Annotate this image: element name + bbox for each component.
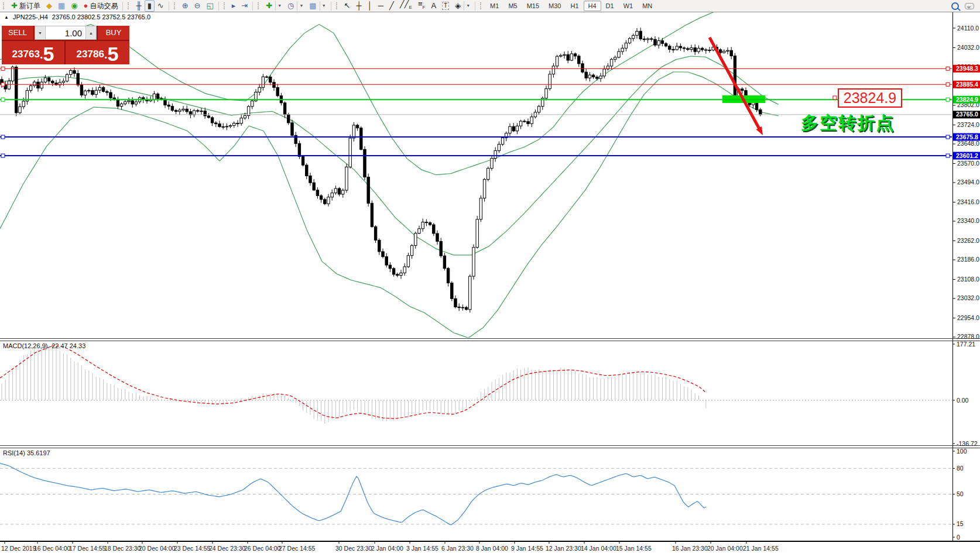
timeframe-h1-button[interactable]: H1: [566, 1, 583, 11]
equidistant-channel-icon: ╱╱E: [400, 0, 412, 13]
price-tick-label: 23494.0: [957, 178, 979, 186]
shapes-menu-button[interactable]: ◈▼: [452, 0, 473, 12]
toolbar-group: ✚▼◷▼▩▼: [255, 0, 328, 12]
time-tick-label: 21 Jan 14:55: [743, 545, 779, 552]
level-handle[interactable]: [1, 83, 5, 86]
chat-icon[interactable]: [965, 3, 974, 9]
zoom-out-button[interactable]: ⊖: [191, 0, 204, 12]
vertical-line-button[interactable]: │: [365, 0, 375, 12]
rsi-tick-label: 0: [957, 534, 960, 541]
time-tick-label: 16 Jan 23:30: [672, 545, 708, 552]
level-handle[interactable]: [1, 154, 5, 157]
price-tick-label: 23570.0: [957, 160, 979, 167]
add-indicator-icon: ✚: [266, 1, 272, 11]
template-menu-button[interactable]: ▩▼: [306, 0, 328, 12]
tile-windows-button[interactable]: ◱: [204, 0, 217, 12]
chart-shift-button[interactable]: ⇥: [238, 0, 251, 12]
line-chart-button[interactable]: ∿: [155, 0, 167, 12]
text-button[interactable]: A: [428, 0, 439, 12]
trendline-button[interactable]: ╱: [386, 0, 397, 12]
autotrading-button[interactable]: ●自动交易: [81, 0, 121, 12]
level-handle[interactable]: [946, 67, 950, 70]
bid-price-button[interactable]: 23763 . 5: [2, 41, 64, 64]
volume-increase-button[interactable]: ▲: [85, 26, 96, 39]
toolbar-drag-handle[interactable]: [336, 2, 339, 9]
dropdown-caret-icon[interactable]: ▼: [464, 1, 470, 11]
down-arrow-line[interactable]: [710, 37, 759, 129]
auto-scroll-button[interactable]: ▸: [229, 0, 239, 12]
timeframe-w1-button[interactable]: W1: [619, 1, 638, 11]
toolbar-separator: [169, 2, 169, 11]
ask-price-button[interactable]: 23786 . 5: [66, 41, 129, 64]
equidistant-channel-button[interactable]: ╱╱E: [397, 0, 415, 12]
main-price-pane: [0, 4, 952, 338]
time-tick-label: 12 Jan 23:30: [546, 545, 581, 552]
rsi-tick-label: 80: [957, 465, 964, 472]
toolbar-drag-handle[interactable]: [258, 2, 261, 9]
cursor-button[interactable]: ↖: [341, 0, 354, 12]
toolbar-drag-handle[interactable]: [3, 2, 6, 9]
callout-handle[interactable]: [833, 96, 837, 99]
crosshair-button[interactable]: ┼: [354, 0, 365, 12]
level-handle[interactable]: [1, 98, 5, 101]
timeframe-m1-button[interactable]: M1: [485, 1, 503, 11]
sell-button[interactable]: SELL: [2, 26, 33, 40]
charts-window-icon[interactable]: ▦: [55, 0, 68, 12]
timeframe-h4-button[interactable]: H4: [584, 1, 601, 11]
signal-icon[interactable]: ◉: [68, 0, 80, 12]
rsi-tick-label: 50: [957, 490, 964, 497]
add-indicator-button[interactable]: ✚▼: [263, 0, 285, 12]
chart-canvas[interactable]: 24110.024032.023954.023878.023802.023724…: [0, 0, 980, 553]
time-tick-label: 3 Jan 14:55: [406, 545, 438, 552]
candlestick-chart-icon: ▮: [148, 1, 152, 11]
level-handle[interactable]: [946, 154, 950, 157]
text-label-button[interactable]: T: [439, 0, 452, 12]
price-axis[interactable]: 24110.024032.023954.023878.023802.023724…: [952, 25, 980, 541]
time-axis[interactable]: 12 Dec 201916 Dec 04:0017 Dec 14:5518 De…: [1, 541, 779, 552]
level-handle[interactable]: [946, 135, 950, 139]
new-order-button[interactable]: ✚新订单: [8, 0, 43, 12]
zoom-in-button[interactable]: ⊕: [179, 0, 191, 12]
price-tick-label: 22878.0: [957, 333, 979, 340]
price-tick-label: 23262.0: [957, 237, 979, 244]
timeframe-m15-button[interactable]: M15: [522, 1, 544, 11]
bar-chart-button[interactable]: ╫: [133, 0, 144, 12]
volume-input[interactable]: [46, 26, 85, 39]
toolbar-button-label: 新订单: [19, 1, 40, 11]
toolbar-separator: [252, 2, 253, 11]
dropdown-caret-icon[interactable]: ▼: [320, 1, 326, 11]
macd-tick-label: 177.21: [957, 341, 975, 348]
level-handle[interactable]: [1, 135, 5, 139]
volume-decrease-button[interactable]: ▼: [35, 26, 46, 39]
fibonacci-button[interactable]: ≡F: [415, 0, 428, 12]
timeframe-mn-button[interactable]: MN: [638, 1, 657, 11]
time-tick-label: 9 Jan 14:55: [511, 545, 543, 552]
candlestick-chart-button[interactable]: ▮: [145, 0, 155, 12]
rsi-pane: [0, 463, 952, 525]
toolbar-drag-handle[interactable]: [480, 2, 483, 9]
timeframe-m5-button[interactable]: M5: [503, 1, 522, 11]
bar-chart-icon: ╫: [136, 1, 141, 11]
dropdown-caret-icon[interactable]: ▼: [275, 1, 282, 11]
level-handle[interactable]: [1, 67, 5, 70]
toolbar-separator: [331, 2, 331, 11]
tile-windows-icon: ◱: [207, 1, 214, 11]
toolbar-drag-handle[interactable]: [128, 2, 131, 9]
timeframe-m30-button[interactable]: M30: [544, 1, 566, 11]
horizontal-line-button[interactable]: ─: [375, 0, 386, 12]
collapse-panel-icon[interactable]: ▲: [4, 15, 9, 20]
toolbar-drag-handle[interactable]: [224, 2, 227, 9]
toolbar-drag-handle[interactable]: [174, 2, 177, 9]
time-tick-label: 20 Jan 04:00: [707, 545, 743, 552]
price-callout-box[interactable]: 23824.9: [838, 88, 902, 108]
time-tick-label: 18 Dec 23:30: [104, 545, 141, 552]
time-tick-label: 6 Jan 23:30: [441, 545, 474, 552]
search-icon[interactable]: [951, 2, 959, 10]
dropdown-caret-icon[interactable]: ▼: [297, 1, 303, 11]
level-handle[interactable]: [946, 98, 950, 101]
modify-icon[interactable]: ◆: [43, 0, 55, 12]
period-menu-button[interactable]: ◷▼: [285, 0, 306, 12]
buy-button[interactable]: BUY: [98, 26, 129, 40]
timeframe-d1-button[interactable]: D1: [601, 1, 619, 11]
level-handle[interactable]: [946, 83, 950, 86]
